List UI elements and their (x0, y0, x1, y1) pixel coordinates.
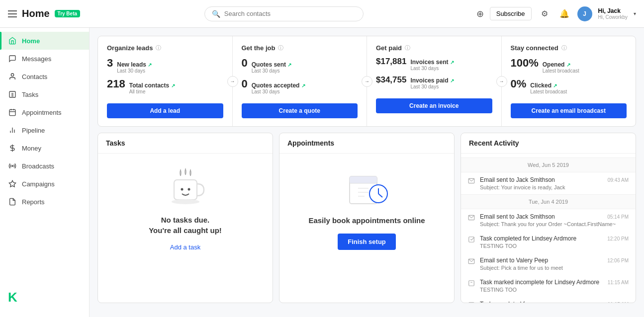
tasks-empty-text: No tasks due.You're all caught up! (149, 215, 222, 236)
total-contacts-number: 218 (107, 78, 125, 90)
finish-setup-button[interactable]: Finish setup (338, 234, 396, 250)
sidebar-label-money: Money (22, 145, 41, 152)
quotes-sent-label: Quotes sent ↗ (252, 61, 292, 68)
stay-connected-info[interactable]: ⓘ (561, 44, 567, 52)
svg-rect-36 (469, 237, 474, 242)
svg-rect-21 (174, 180, 197, 200)
subscribe-button[interactable]: Subscribe (490, 7, 532, 20)
sidebar-item-pipeline[interactable]: Pipeline (0, 121, 89, 139)
get-the-job-info[interactable]: ⓘ (278, 44, 283, 52)
recent-activity-header: Recent Activity (461, 133, 636, 154)
tasks-card: Tasks (97, 133, 273, 303)
activity-item: Task completed for Lindsey Ardmore 12:20… (461, 231, 636, 253)
create-quote-button[interactable]: Create a quote (242, 103, 358, 118)
invoices-paid-label: Invoices paid ↗ (410, 77, 454, 84)
activity-item: Email sent to Valery Peep 12:06 PM Subje… (461, 253, 636, 275)
stats-row: Organize leads ⓘ 3 New leads ↗ Last 30 d… (97, 36, 636, 127)
add-task-link[interactable]: Add a task (170, 243, 200, 251)
get-paid-info[interactable]: ⓘ (405, 44, 410, 52)
calendar-illustration (345, 166, 389, 211)
svg-rect-26 (350, 176, 377, 183)
invoices-sent-sublabel: Last 30 days (410, 66, 454, 71)
appointments-header: Appointments (279, 133, 454, 154)
user-sub: Hi, Coworkby (598, 14, 628, 20)
new-leads-number: 3 (107, 57, 113, 70)
user-menu-chevron[interactable]: ▾ (634, 11, 636, 16)
search-input[interactable] (224, 10, 356, 17)
menu-toggle[interactable] (8, 10, 17, 17)
quotes-sent-sublabel: Last 30 days (252, 68, 292, 74)
contacts-icon (8, 72, 17, 81)
sidebar-item-money[interactable]: Money (0, 139, 89, 157)
activity-date-2: Tue, Jun 4 2019 (461, 194, 636, 209)
recent-activity-card: Recent Activity Wed, Jun 5 2019 Email se… (460, 133, 636, 303)
activity-item: Task completed for 11:15 AM Hxhdhd (461, 297, 636, 303)
activity-sub: TESTING TOO (480, 243, 629, 249)
stat-col-get-paid: Get paid ⓘ $17,881 Invoices sent ↗ Last … (367, 36, 502, 126)
sidebar-item-reports[interactable]: Reports (0, 193, 89, 211)
money-icon (8, 144, 17, 153)
new-leads-label: New leads ↗ (117, 61, 152, 68)
stat-col-organize-leads: Organize leads ⓘ 3 New leads ↗ Last 30 d… (98, 36, 233, 126)
sidebar-label-tasks: Tasks (22, 91, 38, 98)
activity-time: 12:20 PM (607, 236, 629, 241)
search-box: 🔍 (204, 6, 364, 21)
activity-date-1: Wed, Jun 5 2019 (461, 158, 636, 172)
sidebar-item-campaigns[interactable]: Campaigns (0, 175, 89, 193)
sidebar: Home Messages Contacts Tasks (0, 28, 90, 317)
activity-title: Email sent to Jack Smithson (480, 213, 555, 220)
appointments-promo-text: Easily book appointments online (308, 215, 425, 226)
pipeline-icon (8, 126, 17, 135)
quotes-sent-number: 0 (242, 57, 248, 70)
home-icon (8, 36, 17, 45)
opened-number: 100% (511, 57, 539, 70)
sidebar-item-contacts[interactable]: Contacts (0, 68, 89, 85)
sidebar-item-appointments[interactable]: Appointments (0, 103, 89, 121)
appointments-body: Easily book appointments online Finish s… (279, 154, 454, 263)
organize-leads-info[interactable]: ⓘ (156, 44, 161, 52)
top-nav: Home Try Beta 🔍 ⊕ Subscribe ⚙ 🔔 J Hi, Ja… (0, 0, 644, 28)
email-icon (468, 214, 475, 223)
activity-item: Task marked incomplete for Lindsey Ardmo… (461, 275, 636, 297)
sidebar-label-home: Home (22, 37, 40, 45)
quotes-accepted-sublabel: Last 30 days (252, 89, 305, 94)
tasks-body: No tasks due.You're all caught up! Add a… (98, 154, 273, 263)
stay-connected-title: Stay connected (511, 44, 558, 52)
opened-sublabel: Latest broadcast (543, 68, 579, 74)
sidebar-item-tasks[interactable]: Tasks (0, 85, 89, 103)
beta-badge: Try Beta (55, 10, 80, 17)
reports-icon (8, 197, 17, 206)
notifications-icon[interactable]: 🔔 (557, 7, 571, 21)
sidebar-item-messages[interactable]: Messages (0, 50, 89, 68)
clicked-number: 0% (511, 78, 527, 90)
settings-icon[interactable]: ⚙ (538, 7, 552, 21)
activity-title: Task completed for Lindsey Ardmore (480, 235, 576, 242)
quotes-accepted-number: 0 (242, 78, 248, 90)
create-email-broadcast-button[interactable]: Create an email broadcast (511, 103, 627, 118)
activity-title: Email sent to Valery Peep (480, 257, 548, 264)
organize-leads-title: Organize leads (107, 44, 153, 52)
activity-time: 11:15 AM (608, 280, 629, 285)
activity-body: Wed, Jun 5 2019 Email sent to Jack Smith… (461, 154, 636, 303)
tasks-header: Tasks (98, 133, 273, 154)
keap-logo: K (8, 290, 81, 305)
sidebar-item-home[interactable]: Home (0, 32, 89, 50)
add-contact-icon[interactable]: ⊕ (476, 8, 484, 19)
total-contacts-sublabel: All time (129, 89, 175, 94)
email-icon (468, 177, 475, 186)
sidebar-label-appointments: Appointments (22, 109, 62, 116)
tasks-icon (8, 90, 17, 99)
clicked-label: Clicked ↗ (530, 82, 567, 89)
svg-point-23 (187, 188, 190, 190)
stat-col-stay-connected: Stay connected ⓘ 100% Opened ↗ Latest br… (502, 36, 636, 126)
activity-item: Email sent to Jack Smithson 09:43 AM Sub… (461, 172, 636, 194)
invoices-sent-number: $17,881 (376, 57, 406, 67)
quotes-accepted-label: Quotes accepted ↗ (252, 82, 305, 89)
sidebar-item-broadcasts[interactable]: Broadcasts (0, 157, 89, 175)
search-icon: 🔍 (212, 10, 220, 18)
campaigns-icon (8, 179, 17, 188)
add-lead-button[interactable]: Add a lead (107, 103, 223, 118)
activity-time: 09:43 AM (608, 177, 629, 183)
create-invoice-button[interactable]: Create an invoice (376, 98, 492, 113)
task-icon (468, 236, 475, 245)
